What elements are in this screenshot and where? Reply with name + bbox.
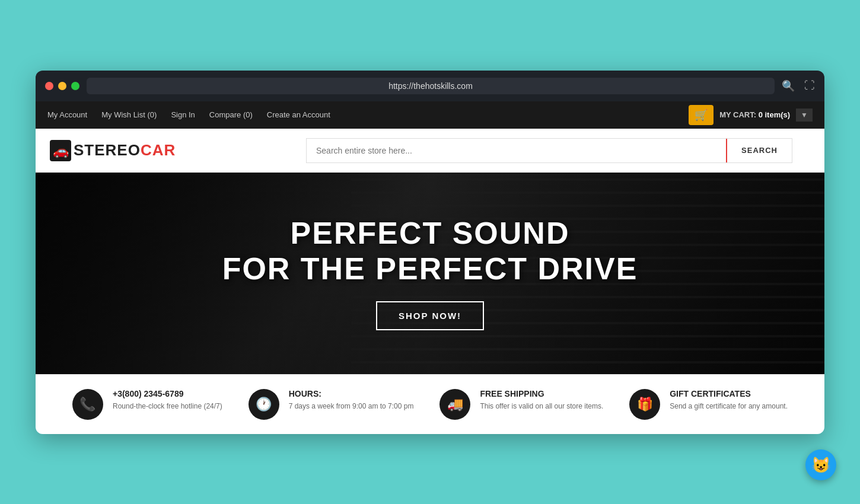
fullscreen-icon[interactable]: ⛶ — [804, 79, 815, 92]
gift-icon-wrap: 🎁 — [629, 389, 660, 420]
cart-icon: 🛒 — [695, 109, 708, 122]
top-nav-links: My Account My Wish List (0) Sign In Comp… — [47, 110, 330, 119]
phone-icon-wrap: 📞 — [72, 389, 103, 420]
traffic-light-yellow[interactable] — [58, 82, 66, 90]
truck-icon-wrap: 🚚 — [439, 389, 470, 420]
feature-shipping-text: FREE SHIPPING This offer is valid on all… — [480, 389, 603, 412]
logo-car-icon: 🚗 — [50, 140, 71, 161]
traffic-light-green[interactable] — [71, 82, 79, 90]
chat-icon: 😺 — [811, 456, 830, 474]
feature-phone-text: +3(800) 2345-6789 Round-the-clock free h… — [113, 389, 222, 412]
cart-dropdown[interactable]: ▼ — [796, 109, 813, 122]
site-logo[interactable]: 🚗 STEREOCAR — [50, 140, 176, 161]
feature-hours-text: HOURS: 7 days a week from 9:00 am to 7:0… — [289, 389, 414, 412]
clock-icon-wrap: 🕐 — [249, 389, 279, 420]
search-icon[interactable]: 🔍 — [782, 79, 795, 92]
feature-shipping: 🚚 FREE SHIPPING This offer is valid on a… — [439, 389, 603, 420]
hero-content: PERFECT SOUND FOR THE PERFECT DRIVE SHOP… — [222, 216, 638, 330]
svg-text:🚗: 🚗 — [53, 143, 69, 159]
site-header: 🚗 STEREOCAR SEARCH — [36, 129, 824, 173]
shop-now-button[interactable]: SHOP NOW! — [376, 301, 484, 330]
top-nav-right: 🛒 MY CART: 0 item(s) ▼ — [689, 105, 813, 125]
features-strip: 📞 +3(800) 2345-6789 Round-the-clock free… — [36, 374, 824, 434]
hero-banner: PERFECT SOUND FOR THE PERFECT DRIVE SHOP… — [36, 173, 824, 374]
phone-icon: 📞 — [79, 397, 95, 412]
gift-icon: 🎁 — [637, 397, 653, 412]
feature-gift-text: GIFT CERTIFICATES Send a gift certificat… — [670, 389, 788, 412]
feature-gift: 🎁 GIFT CERTIFICATES Send a gift certific… — [629, 389, 788, 420]
search-button[interactable]: SEARCH — [726, 139, 792, 162]
logo-text: STEREOCAR — [74, 141, 176, 160]
search-bar: SEARCH — [306, 138, 792, 163]
nav-sign-in[interactable]: Sign In — [171, 110, 195, 119]
nav-wish-list[interactable]: My Wish List (0) — [101, 110, 157, 119]
browser-window: https://thehotskills.com 🔍 ⛶ My Account … — [36, 71, 824, 434]
hero-title: PERFECT SOUND FOR THE PERFECT DRIVE — [222, 216, 638, 287]
traffic-lights — [45, 82, 79, 90]
url-text: https://thehotskills.com — [388, 81, 473, 91]
browser-chrome: https://thehotskills.com 🔍 ⛶ — [36, 71, 824, 101]
nav-my-account[interactable]: My Account — [47, 110, 87, 119]
cart-label[interactable]: MY CART: 0 item(s) — [719, 110, 790, 119]
address-bar[interactable]: https://thehotskills.com — [87, 78, 775, 94]
nav-compare[interactable]: Compare (0) — [209, 110, 253, 119]
truck-icon: 🚚 — [447, 397, 463, 412]
chat-bubble[interactable]: 😺 — [805, 449, 836, 480]
top-nav: My Account My Wish List (0) Sign In Comp… — [36, 101, 824, 129]
browser-actions: 🔍 ⛶ — [782, 79, 815, 92]
cart-icon-wrap: 🛒 — [689, 105, 714, 125]
search-input[interactable] — [307, 139, 726, 162]
clock-icon: 🕐 — [256, 397, 272, 412]
nav-create-account[interactable]: Create an Account — [267, 110, 330, 119]
traffic-light-red[interactable] — [45, 82, 53, 90]
feature-hours: 🕐 HOURS: 7 days a week from 9:00 am to 7… — [249, 389, 414, 420]
feature-phone: 📞 +3(800) 2345-6789 Round-the-clock free… — [72, 389, 222, 420]
